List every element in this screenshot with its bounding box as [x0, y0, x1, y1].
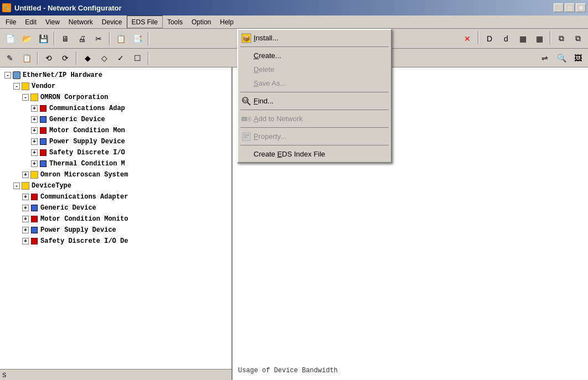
microscan-icon	[30, 170, 39, 179]
tree-dt-generic[interactable]: + Generic Device	[2, 202, 229, 214]
tree-devicetype-label[interactable]: DeviceType	[32, 182, 71, 190]
menu-file[interactable]: File	[1, 15, 20, 28]
tree-dt-safety-label[interactable]: Safety Discrete I/O De	[40, 237, 128, 245]
tb-btn-cross[interactable]: ✕	[460, 31, 475, 46]
menu-eds-file[interactable]: EDS File	[127, 15, 163, 28]
tree-microscan-label[interactable]: Omron Microscan System	[40, 171, 128, 179]
tb2-btn-2[interactable]: 📋	[19, 50, 34, 66]
menu-edit[interactable]: Edit	[20, 15, 41, 28]
save-button[interactable]: 💾	[35, 31, 51, 46]
tree-root[interactable]: - EtherNet/IP Hardware	[2, 70, 229, 81]
title-bar: 🔧 Untitled - Network Configurator _ □ ✕	[0, 0, 588, 15]
device-blue-icon-1	[39, 115, 48, 124]
tree-omron-label[interactable]: OMRON Corporation	[40, 93, 108, 101]
tree-expand-generic[interactable]: +	[31, 116, 38, 123]
tree-vendor[interactable]: - Vendor	[2, 81, 229, 92]
tb2-btn-3[interactable]: ⟲	[41, 50, 56, 66]
tree-expand-dt-generic[interactable]: +	[22, 205, 29, 211]
menu-view[interactable]: View	[41, 15, 64, 28]
tb-btn-copy2[interactable]: ⧉	[570, 31, 586, 46]
menu-option[interactable]: Option	[187, 15, 215, 28]
tree-comm-adap-label[interactable]: Communications Adap	[49, 105, 125, 112]
tree-expand-vendor[interactable]: -	[13, 83, 20, 90]
separator-1	[54, 32, 55, 45]
toolbar-1: 📄 📂 💾 🖥 🖨 ✂ 📋 📑 ✕ D d ▦ ▦ ⧉ ⧉	[0, 29, 588, 49]
tb-btn-grid1[interactable]: ▦	[515, 31, 530, 46]
menu-tools[interactable]: Tools	[163, 15, 187, 28]
menu-help[interactable]: Help	[215, 15, 238, 28]
maximize-button[interactable]: □	[565, 3, 575, 12]
tree-expand-omron[interactable]: -	[22, 94, 29, 101]
sep2-3	[148, 51, 149, 65]
tree-dt-comm[interactable]: + Communications Adapter	[2, 191, 229, 202]
tree-expand-dt-comm[interactable]: +	[22, 194, 29, 200]
open-button[interactable]: 📂	[19, 31, 34, 46]
tree-item-safety[interactable]: + Safety Discrete I/O	[2, 147, 229, 158]
tree-dt-power-label[interactable]: Power Supply Device	[40, 226, 116, 234]
tree-item-motor[interactable]: + Motor Condition Mon	[2, 125, 229, 136]
sep2-2	[76, 51, 77, 65]
tree-item-power[interactable]: + Power Supply Device	[2, 136, 229, 147]
tree-expand-dt-power[interactable]: +	[22, 227, 29, 233]
tree-devicetype[interactable]: - DeviceType	[2, 180, 229, 191]
tree-dt-motor[interactable]: + Motor Condition Monito	[2, 214, 229, 225]
tree-power-label[interactable]: Power Supply Device	[49, 138, 125, 145]
tree-motor-label[interactable]: Motor Condition Mon	[49, 127, 125, 134]
tree-item-generic[interactable]: + Generic Device	[2, 114, 229, 125]
tree-omron[interactable]: - OMRON Corporation	[2, 92, 229, 103]
tb-btn-4[interactable]: 🖥	[58, 31, 73, 46]
tree-thermal-label[interactable]: Thermal Condition M	[49, 160, 125, 168]
tree-dt-motor-label[interactable]: Motor Condition Monito	[40, 215, 128, 223]
tree-dt-comm-label[interactable]: Communications Adapter	[40, 193, 128, 201]
dt-device-blue-1	[30, 204, 39, 212]
tb2-btn-5[interactable]: ◆	[80, 50, 95, 66]
tb-btn-5[interactable]: 🖨	[74, 31, 90, 46]
tree-dt-generic-label[interactable]: Generic Device	[40, 204, 96, 212]
separator-4	[478, 31, 479, 44]
new-button[interactable]: 📄	[2, 31, 18, 46]
tree-vendor-label[interactable]: Vendor	[32, 82, 55, 90]
tb2-right-3[interactable]: 🖼	[570, 50, 586, 66]
tree-expand-devicetype[interactable]: -	[13, 183, 20, 189]
tb2-btn-6[interactable]: ◇	[96, 50, 112, 66]
window-controls: _ □ ✕	[554, 3, 586, 12]
tree-expand-root[interactable]: -	[4, 72, 11, 79]
tree-expand-comm[interactable]: +	[31, 105, 38, 112]
tree-microscan[interactable]: + Omron Microscan System	[2, 169, 229, 180]
tb-btn-7[interactable]: 📋	[113, 31, 128, 46]
tree-expand-thermal[interactable]: +	[31, 160, 38, 167]
tree-expand-microscan[interactable]: +	[22, 171, 29, 178]
tb2-btn-1[interactable]: ✎	[2, 50, 18, 66]
tree-generic-label[interactable]: Generic Device	[49, 116, 105, 123]
tb2-right-1[interactable]: ⇌	[537, 50, 553, 66]
menu-network[interactable]: Network	[64, 15, 97, 28]
tb2-btn-4[interactable]: ⟳	[58, 50, 73, 66]
tree-expand-dt-motor[interactable]: +	[22, 216, 29, 222]
tb2-btn-8[interactable]: ☐	[130, 50, 145, 66]
tree-dt-power[interactable]: + Power Supply Device	[2, 225, 229, 236]
tb2-right-2[interactable]: 🔍	[554, 50, 569, 66]
tb-btn-8[interactable]: 📑	[130, 31, 145, 46]
tb2-btn-7[interactable]: ✓	[113, 50, 128, 66]
tree-expand-dt-safety[interactable]: +	[22, 238, 29, 244]
tb-btn-grid2[interactable]: ▦	[532, 31, 547, 46]
menu-bar: File Edit View Network Device EDS File T…	[0, 15, 588, 29]
tree-item-comm-adap[interactable]: + Communications Adap	[2, 103, 229, 114]
tree-dt-safety[interactable]: + Safety Discrete I/O De	[2, 236, 229, 247]
tree-item-thermal[interactable]: + Thermal Condition M	[2, 158, 229, 169]
tb-btn-d2[interactable]: d	[498, 31, 514, 46]
tree-expand-safety[interactable]: +	[31, 149, 38, 156]
menu-device[interactable]: Device	[97, 15, 127, 28]
tb-btn-copy1[interactable]: ⧉	[554, 31, 569, 46]
tb-btn-d1[interactable]: D	[482, 31, 497, 46]
tree-root-label[interactable]: EtherNet/IP Hardware	[23, 71, 102, 79]
minimize-button[interactable]: _	[554, 3, 564, 12]
tree-expand-power[interactable]: +	[31, 138, 38, 145]
bandwidth-label: Usage of Device Bandwidth	[238, 367, 338, 374]
dt-device-red-2	[30, 215, 39, 223]
tb-btn-6[interactable]: ✂	[91, 31, 106, 46]
close-button[interactable]: ✕	[576, 3, 586, 12]
tree-expand-motor[interactable]: +	[31, 127, 38, 134]
device-red-icon-2	[39, 126, 48, 135]
tree-safety-label[interactable]: Safety Discrete I/O	[49, 149, 125, 157]
